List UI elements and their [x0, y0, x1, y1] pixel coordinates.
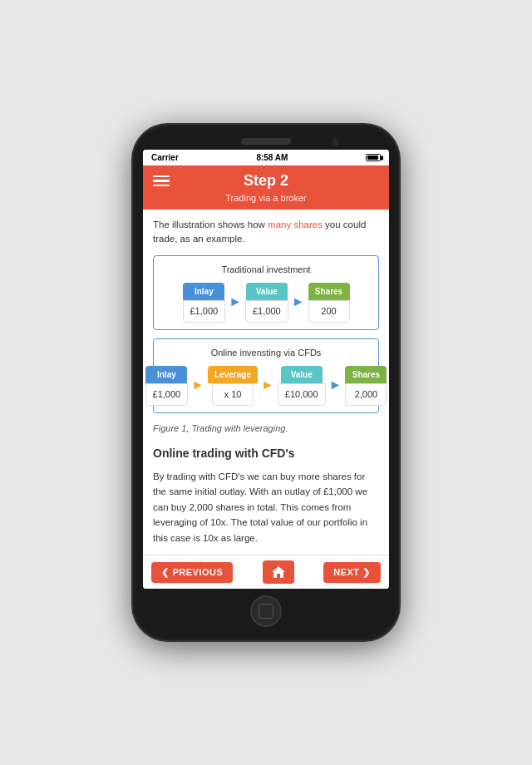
battery-fill	[367, 155, 378, 160]
arrow-2-cfd: ►	[261, 375, 274, 395]
inlay-label-traditional: Inlay	[183, 283, 224, 300]
shares-value-cfd: 2,000	[345, 383, 387, 406]
phone-screen: Carrier 8:58 AM Step 2 Trading via a bro…	[143, 150, 389, 589]
svg-marker-0	[272, 566, 285, 578]
phone-home-inner	[259, 604, 273, 619]
arrow-3-cfd: ►	[329, 375, 342, 395]
traditional-diagram-title: Traditional investment	[160, 263, 372, 277]
phone-home-button[interactable]	[250, 595, 282, 627]
inlay-label-cfd: Inlay	[145, 366, 187, 383]
next-label: NEXT	[333, 567, 359, 577]
phone-bottom-bar	[143, 589, 389, 630]
time-display: 8:58 AM	[256, 153, 288, 162]
previous-button[interactable]: ❮ PREVIOUS	[151, 562, 233, 583]
value-box-cfd: Value £10,000	[278, 366, 326, 406]
phone-speaker	[241, 138, 291, 145]
leverage-label-cfd: Leverage	[208, 366, 258, 383]
arrow-1-traditional: ►	[229, 292, 242, 312]
header-top: Step 2	[143, 165, 389, 193]
value-label-cfd: Value	[281, 366, 323, 383]
battery-icon	[366, 154, 381, 161]
inlay-value-traditional: £1,000	[183, 300, 226, 323]
cfd-diagram-row: Inlay £1,000 ► Leverage x 10 ► Value £10…	[160, 366, 372, 406]
intro-highlight: many shares	[268, 220, 323, 230]
shares-value-traditional: 200	[308, 300, 350, 323]
figure-caption: Figure 1, Trading with leveraging.	[153, 422, 379, 436]
next-chevron-icon: ❯	[362, 567, 371, 578]
menu-button[interactable]	[153, 175, 170, 187]
shares-label-cfd: Shares	[345, 366, 387, 383]
intro-paragraph: The illustration shows how many shares y…	[153, 218, 379, 247]
carrier-text: Carrier	[151, 153, 179, 162]
shares-label-traditional: Shares	[308, 283, 350, 300]
shares-box-traditional: Shares 200	[308, 283, 350, 323]
section-title: Online trading with CFD's	[153, 445, 379, 462]
value-label-traditional: Value	[246, 283, 288, 300]
leverage-box-cfd: Leverage x 10	[208, 366, 258, 406]
body-text: By trading with CFD's we can buy more sh…	[153, 469, 379, 545]
page-subtitle: Trading via a broker	[143, 193, 389, 210]
app-header: Step 2 Trading via a broker	[143, 165, 389, 210]
inlay-box-cfd: Inlay £1,000	[145, 366, 189, 406]
prev-chevron-icon: ❮	[161, 567, 170, 578]
hamburger-line-1	[153, 175, 170, 178]
arrow-1-cfd: ►	[191, 375, 204, 395]
value-value-cfd: £10,000	[278, 383, 326, 406]
page-title: Step 2	[170, 172, 362, 190]
phone-frame: Carrier 8:58 AM Step 2 Trading via a bro…	[133, 125, 399, 640]
traditional-investment-diagram: Traditional investment Inlay £1,000 ► Va…	[153, 255, 379, 330]
phone-top-bar	[143, 135, 389, 150]
hamburger-line-3	[153, 185, 170, 187]
inlay-box-traditional: Inlay £1,000	[183, 283, 226, 323]
leverage-value-cfd: x 10	[212, 383, 254, 406]
status-bar: Carrier 8:58 AM	[143, 150, 389, 165]
traditional-diagram-row: Inlay £1,000 ► Value £1,000 ► Shares 200	[160, 283, 372, 323]
phone-camera	[332, 139, 339, 146]
hamburger-line-2	[153, 180, 170, 182]
shares-box-cfd: Shares 2,000	[345, 366, 387, 406]
home-icon	[271, 565, 286, 579]
home-button[interactable]	[263, 560, 294, 584]
bottom-navigation: ❮ PREVIOUS NEXT ❯	[143, 555, 389, 589]
previous-label: PREVIOUS	[173, 567, 224, 577]
value-box-traditional: Value £1,000	[245, 283, 288, 323]
value-value-traditional: £1,000	[245, 300, 288, 323]
intro-text-1: The illustration shows how	[153, 220, 268, 230]
cfd-diagram-title: Online invensting via CFDs	[160, 346, 372, 360]
battery-area	[366, 154, 381, 161]
inlay-value-cfd: £1,000	[145, 383, 189, 406]
arrow-2-traditional: ►	[292, 292, 305, 312]
cfd-investment-diagram: Online invensting via CFDs Inlay £1,000 …	[153, 338, 379, 413]
next-button[interactable]: NEXT ❯	[323, 562, 381, 583]
content-area: The illustration shows how many shares y…	[143, 210, 389, 555]
